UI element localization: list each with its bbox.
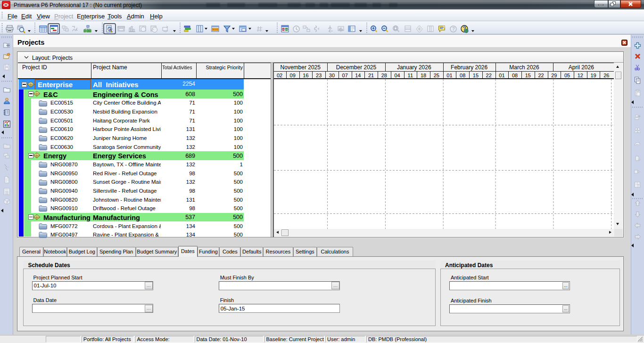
svg-text:?: ? xyxy=(452,26,455,32)
svg-text:A: A xyxy=(109,28,111,31)
